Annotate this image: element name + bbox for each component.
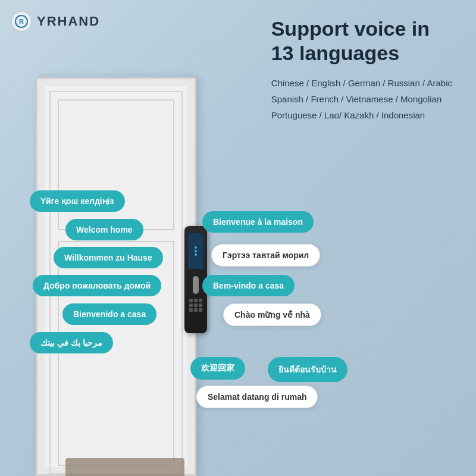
speech-bubble-german: Willkommen zu Hause [54, 247, 163, 268]
speech-bubble-french: Bienvenue à la maison [202, 211, 314, 233]
languages-line1: Chinese / English / German / Russian / A… [271, 75, 452, 91]
lock-keypad [189, 299, 202, 312]
lock-dot-2 [195, 250, 197, 252]
speech-bubble-spanish: Bienvenido a casa [62, 303, 156, 325]
lock-dot-1 [195, 246, 197, 249]
speech-bubble-russian: Добро пожаловать домой [33, 275, 161, 296]
languages-line2: Spanish / French / Vietnamese / Mongolia… [271, 91, 452, 107]
brand-name: YRHAND [37, 14, 100, 29]
speech-bubble-arabic: مرحبا بك في بيتك [30, 332, 113, 353]
lock-handle [193, 276, 199, 294]
header-title: Support voice in 13 languages [271, 17, 452, 65]
speech-bubble-kazakh: Үйге қош келдіңіз [30, 190, 125, 212]
lock-screen [188, 233, 203, 269]
header-section: Support voice in 13 languages Chinese / … [271, 17, 452, 123]
logo-area: R YRHAND [11, 11, 100, 32]
speech-bubble-thai: ยินดีต้อนรับบ้าน [268, 357, 347, 382]
speech-bubble-chinese: 欢迎回家 [190, 357, 245, 380]
floor-mat [65, 458, 184, 476]
logo-icon: R [11, 11, 32, 32]
languages-list: Chinese / English / German / Russian / A… [271, 75, 452, 123]
door-container [36, 71, 202, 476]
speech-bubble-vietnamese: Chào mừng về nhà [223, 303, 321, 326]
speech-bubble-portuguese: Bem-vindo a casa [202, 275, 295, 296]
speech-bubble-english: Welcom home [65, 219, 143, 240]
svg-text:R: R [19, 18, 24, 25]
lock-dot-3 [195, 253, 197, 256]
languages-line3: Portuguese / Lao/ Kazakh / Indonesian [271, 107, 452, 123]
speech-bubble-indonesian: Selamat datang di rumah [196, 386, 318, 408]
speech-bubble-mongolian: Гэртээ тавтай морил [211, 244, 320, 267]
